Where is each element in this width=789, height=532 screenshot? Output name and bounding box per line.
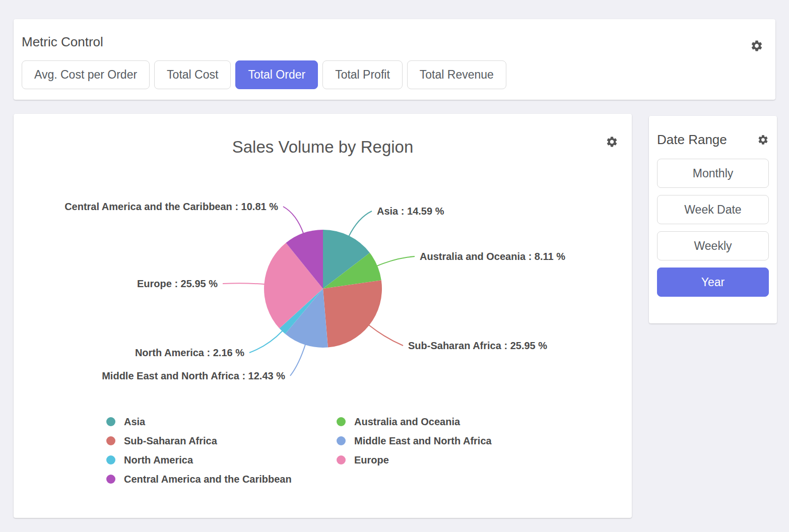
legend-dot-icon bbox=[337, 455, 346, 464]
leader-line-sub-saharan-africa bbox=[368, 325, 403, 346]
date-range-panel: Date Range MonthlyWeek DateWeeklyYear bbox=[649, 116, 777, 323]
legend-item-europe[interactable]: Europe bbox=[337, 450, 492, 470]
leader-line-north-america bbox=[249, 330, 283, 353]
legend-label: Central America and the Caribbean bbox=[124, 474, 292, 485]
gear-icon[interactable] bbox=[750, 39, 763, 52]
legend-column-1: AsiaSub-Saharan AfricaNorth AmericaCentr… bbox=[106, 412, 337, 489]
metric-button-total-profit[interactable]: Total Profit bbox=[322, 60, 403, 89]
metric-button-total-revenue[interactable]: Total Revenue bbox=[407, 60, 506, 89]
legend-item-asia[interactable]: Asia bbox=[106, 412, 337, 431]
metric-button-total-cost[interactable]: Total Cost bbox=[154, 60, 231, 89]
date-range-button-week-date[interactable]: Week Date bbox=[657, 195, 769, 224]
legend-item-sub-saharan-africa[interactable]: Sub-Saharan Africa bbox=[106, 431, 337, 450]
legend-label: Asia bbox=[124, 416, 145, 428]
legend-item-middle-east-and-north-africa[interactable]: Middle East and North Africa bbox=[337, 431, 492, 450]
legend-label: North America bbox=[124, 454, 193, 466]
legend-dot-icon bbox=[106, 475, 115, 484]
metric-button-total-order[interactable]: Total Order bbox=[235, 60, 318, 89]
metric-control-panel: Metric Control Avg. Cost per OrderTotal … bbox=[14, 19, 775, 100]
slice-label-europe: Europe : 25.95 % bbox=[137, 278, 218, 289]
pie-chart: Asia : 14.59 %Australia and Oceania : 8.… bbox=[14, 185, 631, 397]
legend-label: Sub-Saharan Africa bbox=[124, 435, 217, 447]
metric-buttons: Avg. Cost per OrderTotal CostTotal Order… bbox=[22, 60, 767, 89]
chart-legend: AsiaSub-Saharan AfricaNorth AmericaCentr… bbox=[106, 412, 632, 489]
slice-label-asia: Asia : 14.59 % bbox=[377, 206, 444, 217]
legend-item-central-america-and-the-caribbean[interactable]: Central America and the Caribbean bbox=[106, 470, 337, 489]
metric-control-title: Metric Control bbox=[22, 34, 767, 50]
sales-volume-panel: Sales Volume by Region Asia : 14.59 %Aus… bbox=[14, 114, 632, 518]
date-range-button-weekly[interactable]: Weekly bbox=[657, 231, 769, 260]
legend-dot-icon bbox=[106, 417, 115, 426]
legend-dot-icon bbox=[106, 436, 115, 445]
gear-icon[interactable] bbox=[606, 136, 618, 148]
leader-line-asia bbox=[349, 211, 372, 237]
slice-label-sub-saharan-africa: Sub-Saharan Africa : 25.95 % bbox=[408, 340, 547, 351]
date-range-button-monthly[interactable]: Monthly bbox=[657, 159, 769, 188]
slice-label-middle-east-and-north-africa: Middle East and North Africa : 12.43 % bbox=[102, 370, 285, 381]
legend-item-north-america[interactable]: North America bbox=[106, 450, 337, 470]
slice-label-north-america: North America : 2.16 % bbox=[135, 347, 244, 358]
date-range-buttons: MonthlyWeek DateWeeklyYear bbox=[657, 159, 769, 297]
date-range-button-year[interactable]: Year bbox=[657, 268, 769, 297]
pie-slice-sub-saharan-africa[interactable] bbox=[323, 280, 382, 347]
slice-label-central-america-and-the-caribbean: Central America and the Caribbean : 10.8… bbox=[64, 201, 278, 212]
legend-column-2: Australia and OceaniaMiddle East and Nor… bbox=[337, 412, 492, 489]
metric-button-avg-cost-per-order[interactable]: Avg. Cost per Order bbox=[22, 60, 150, 89]
legend-dot-icon bbox=[337, 417, 346, 426]
legend-label: Europe bbox=[354, 454, 389, 466]
date-range-title: Date Range bbox=[657, 132, 727, 148]
legend-dot-icon bbox=[337, 436, 346, 445]
legend-label: Middle East and North Africa bbox=[354, 435, 492, 447]
leader-line-central-america-and-the-caribbean bbox=[283, 207, 304, 234]
slice-label-australia-and-oceania: Australia and Oceania : 8.11 % bbox=[420, 251, 565, 262]
legend-dot-icon bbox=[106, 455, 115, 464]
gear-icon[interactable] bbox=[757, 134, 769, 146]
date-range-header: Date Range bbox=[657, 132, 769, 148]
leader-line-middle-east-and-north-africa bbox=[290, 344, 305, 376]
legend-item-australia-and-oceania[interactable]: Australia and Oceania bbox=[337, 412, 492, 431]
leader-line-australia-and-oceania bbox=[376, 256, 415, 266]
legend-label: Australia and Oceania bbox=[354, 416, 460, 428]
chart-title: Sales Volume by Region bbox=[14, 138, 632, 157]
leader-line-europe bbox=[223, 283, 265, 284]
